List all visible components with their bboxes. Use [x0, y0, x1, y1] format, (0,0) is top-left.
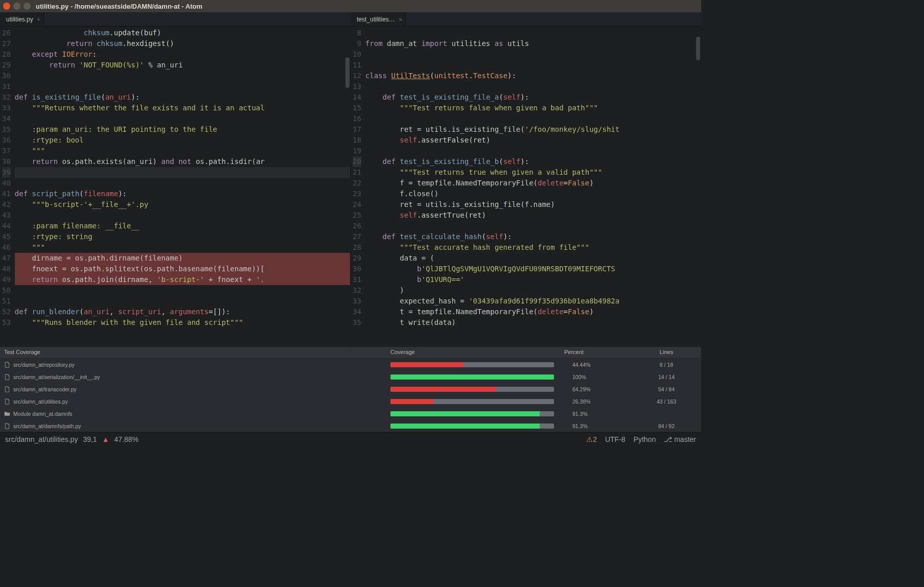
coverage-percent: 26.38% [564, 398, 636, 405]
coverage-bar [390, 424, 554, 429]
window-controls [3, 3, 31, 10]
coverage-header-title: Test Coverage [4, 349, 390, 355]
coverage-header: Test Coverage Coverage Percent Lines [0, 347, 701, 359]
coverage-header-coverage: Coverage [390, 349, 564, 355]
tabs-left: utilities.py × [0, 12, 351, 27]
folder-icon [4, 411, 10, 417]
file-icon [4, 362, 10, 368]
coverage-item-name: src/damn_at/repository.py [13, 362, 75, 368]
tab-right-active[interactable]: test_utilities… × [351, 12, 406, 26]
git-branch-icon: ⎇ [664, 435, 672, 443]
coverage-percent: 91.3% [564, 411, 636, 417]
coverage-item-name: src/damn_at/damnfs/path.py [13, 423, 81, 429]
tabs-row: utilities.py × test_utilities… × [0, 12, 701, 27]
tab-label: utilities.py [6, 16, 33, 23]
code-right[interactable]: from damn_at import utilities as utilscl… [365, 27, 701, 346]
coverage-lines: 8 / 18 [636, 362, 697, 368]
status-language[interactable]: Python [634, 435, 656, 443]
coverage-bar [390, 362, 554, 367]
tab-left-active[interactable]: utilities.py × [0, 12, 44, 26]
status-warnings[interactable]: ⚠2 [586, 435, 597, 443]
arrow-up-icon: ▲ [102, 435, 109, 443]
window-title: utilities.py - /home/sueastside/DAMN/dam… [36, 3, 202, 10]
coverage-bar [390, 387, 554, 392]
coverage-lines: 43 / 163 [636, 398, 697, 405]
gutter-left: 2627282930313233343536373839404142434445… [0, 27, 15, 346]
coverage-row[interactable]: src/damn_at/repository.py44.44%8 / 18 [0, 359, 701, 371]
editor-right[interactable]: 8910111213141516171819202122232425262728… [351, 27, 701, 346]
coverage-row[interactable]: src/damn_at/transcoder.py64.29%54 / 84 [0, 383, 701, 395]
gutter-right: 8910111213141516171819202122232425262728… [351, 27, 365, 346]
coverage-item-name: src/damn_at/serialization/__init__.py [13, 374, 100, 380]
status-branch[interactable]: ⎇master [664, 435, 696, 443]
status-encoding[interactable]: UTF-8 [605, 435, 626, 443]
coverage-lines: 14 / 14 [636, 374, 697, 380]
scrollbar-right[interactable] [696, 27, 701, 346]
coverage-bar [390, 374, 554, 380]
status-path[interactable]: src/damn_at/utilities.py [5, 435, 78, 443]
coverage-lines: 54 / 84 [636, 386, 697, 392]
coverage-row[interactable]: Module damn_at.damnfs91.3% [0, 408, 701, 420]
scrollbar-left[interactable] [345, 27, 350, 346]
status-coverage: 47.88% [114, 435, 138, 443]
coverage-header-percent: Percent [564, 349, 636, 355]
file-icon [4, 398, 10, 405]
status-right: ⚠2 UTF-8 Python ⎇master [586, 435, 696, 443]
statusbar: src/damn_at/utilities.py 39,1 ▲ 47.88% ⚠… [0, 432, 701, 445]
editor-left[interactable]: 2627282930313233343536373839404142434445… [0, 27, 351, 346]
coverage-lines: 84 / 92 [636, 423, 697, 429]
coverage-percent: 100% [564, 374, 636, 380]
window-maximize-icon[interactable] [24, 3, 31, 10]
tab-label: test_utilities… [357, 16, 395, 23]
coverage-bar [390, 411, 554, 416]
coverage-row[interactable]: src/damn_at/damnfs/path.py91.3%84 / 92 [0, 420, 701, 432]
coverage-percent: 91.3% [564, 423, 636, 429]
file-icon [4, 423, 10, 429]
code-left[interactable]: chksum.update(buf) return chksum.hexdige… [15, 27, 350, 346]
coverage-percent: 64.29% [564, 386, 636, 392]
coverage-percent: 44.44% [564, 362, 636, 368]
status-position[interactable]: 39,1 [83, 435, 97, 443]
window-close-icon[interactable] [3, 3, 10, 10]
coverage-row[interactable]: src/damn_at/utilities.py26.38%43 / 163 [0, 395, 701, 408]
close-icon[interactable]: × [37, 16, 40, 22]
window-minimize-icon[interactable] [13, 3, 20, 10]
editors: 2627282930313233343536373839404142434445… [0, 27, 701, 346]
tabs-right: test_utilities… × [351, 12, 701, 27]
file-icon [4, 374, 10, 380]
coverage-item-name: src/damn_at/transcoder.py [13, 386, 77, 392]
coverage-row[interactable]: src/damn_at/serialization/__init__.py100… [0, 371, 701, 383]
warning-icon: ⚠ [586, 435, 593, 443]
coverage-item-name: src/damn_at/utilities.py [13, 398, 68, 405]
coverage-header-lines: Lines [636, 349, 697, 355]
coverage-bar [390, 399, 554, 404]
close-icon[interactable]: × [399, 16, 402, 22]
titlebar: utilities.py - /home/sueastside/DAMN/dam… [0, 0, 701, 12]
file-icon [4, 386, 10, 392]
coverage-panel: Test Coverage Coverage Percent Lines src… [0, 346, 701, 432]
coverage-item-name: Module damn_at.damnfs [13, 411, 73, 417]
status-left: src/damn_at/utilities.py 39,1 ▲ 47.88% [5, 435, 138, 443]
